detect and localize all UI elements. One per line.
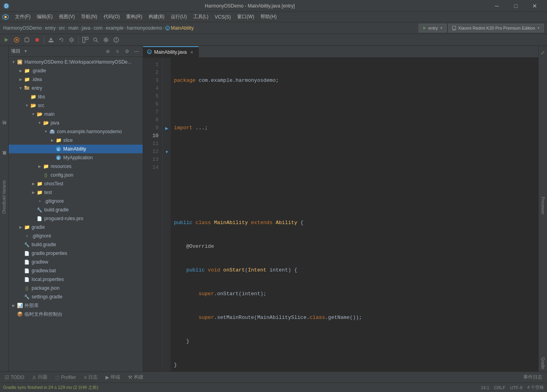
bottom-tab-todo[interactable]: ☑ TODO	[3, 372, 26, 383]
editor-tab-mainability[interactable]: C MainAbility.java ✕	[143, 46, 199, 57]
tree-item-main[interactable]: ▼ 📂 main	[9, 110, 143, 119]
file-tree[interactable]: ▼ M HarmonyOSDemo E:\Workspace\HarmonyOS…	[9, 57, 143, 371]
build-btn[interactable]	[46, 35, 56, 45]
tree-item-external[interactable]: ▶ 📊 外部库	[9, 301, 143, 310]
left-tab-ohosbuild[interactable]: OhosBuild Variants	[1, 177, 8, 217]
right-tab-gradle[interactable]: Gradle	[539, 355, 546, 371]
tree-item-settings-gradle[interactable]: 🔧 settings.gradle	[9, 292, 143, 301]
tree-item-harmonydemo[interactable]: ▼ M HarmonyOSDemo E:\Workspace\HarmonyOS…	[9, 58, 143, 66]
icon-folder-main: 📂	[36, 111, 43, 117]
settings-btn[interactable]	[67, 35, 76, 45]
bottom-tab-terminal[interactable]: ▶ 终端	[104, 372, 122, 383]
tree-item-test[interactable]: ▶ 📁 test	[9, 188, 143, 197]
search-btn[interactable]	[91, 35, 100, 45]
close-button[interactable]: ✕	[526, 0, 544, 12]
breadcrumb-mainability[interactable]: C MainAbility	[165, 25, 194, 31]
tab-close-mainability[interactable]: ✕	[189, 49, 194, 55]
arrow-idea: ▶	[17, 75, 24, 84]
breadcrumb-harmonyosdemo[interactable]: harmonyosdemo	[127, 25, 162, 31]
menu-window[interactable]: 窗口(W)	[234, 12, 257, 22]
tree-item-gradle-hidden[interactable]: ▶ 📁 .gradle	[9, 66, 143, 75]
minimize-button[interactable]: ─	[488, 0, 506, 12]
breadcrumb-example[interactable]: example	[106, 25, 123, 31]
menu-file[interactable]: 文件(F)	[12, 12, 34, 22]
menu-code[interactable]: 代码(O)	[100, 12, 123, 22]
tree-item-idea[interactable]: ▶ 📁 .idea	[9, 75, 143, 84]
tree-item-src[interactable]: ▼ 📂 src	[9, 101, 143, 110]
panel-dropdown-arrow[interactable]: ▼	[24, 49, 28, 53]
bottom-tab-problems[interactable]: ⚠ 问题	[30, 372, 49, 383]
debug-btn[interactable]	[12, 35, 21, 45]
breadcrumb-com[interactable]: com	[94, 25, 103, 31]
menu-build[interactable]: 构建(B)	[145, 12, 168, 22]
breadcrumb-java[interactable]: java	[82, 25, 91, 31]
code-content[interactable]: package com.example.harmonyosdemo; impor…	[171, 58, 538, 371]
menu-tools[interactable]: 工具(L)	[190, 12, 212, 22]
notification-btn[interactable]: !	[111, 35, 121, 45]
layout-btn[interactable]	[81, 35, 90, 45]
tree-item-package-json[interactable]: {} package.json	[9, 284, 143, 292]
tree-item-libs[interactable]: 📁 libs	[9, 92, 143, 101]
gutter-line-9[interactable]: ▶	[163, 124, 171, 132]
panel-settings-btn[interactable]: ⚙	[123, 47, 131, 55]
attach-debugger-btn[interactable]	[22, 35, 32, 45]
run-btn[interactable]	[2, 35, 11, 45]
maximize-button[interactable]: □	[507, 0, 525, 12]
stop-btn[interactable]	[32, 35, 42, 45]
tree-item-build-gradle-entry[interactable]: 🔧 build.gradle	[9, 205, 143, 214]
tree-item-gitignore-root[interactable]: ⚬ .gitignore	[9, 232, 143, 240]
bottom-tab-event-log[interactable]: 事件日志	[522, 372, 544, 383]
tree-item-entry[interactable]: ▼ entry	[9, 84, 143, 92]
tree-item-gradle-properties[interactable]: 📄 gradle.properties	[9, 249, 143, 258]
left-tab-favorites[interactable]: 收藏夹	[0, 155, 8, 161]
svg-text:M: M	[19, 60, 21, 64]
tree-item-myapplication[interactable]: C MyApplication	[9, 153, 143, 162]
tree-item-gradle-folder[interactable]: ▶ 📁 gradle	[9, 223, 143, 232]
tree-item-gradlew[interactable]: 📄 gradlew	[9, 258, 143, 266]
menu-refactor[interactable]: 重构(R)	[123, 12, 145, 22]
breadcrumb-main[interactable]: main	[68, 25, 79, 31]
panel-layout-btn[interactable]: ≡	[113, 47, 121, 55]
bottom-tab-build[interactable]: ⚒ 构建	[126, 372, 145, 383]
menu-view[interactable]: 视图(V)	[56, 12, 78, 22]
sync-btn[interactable]	[57, 35, 66, 45]
tree-item-gitignore-entry[interactable]: ⚬ .gitignore	[9, 197, 143, 205]
status-indent[interactable]: 4 个空格	[527, 384, 544, 390]
run-configuration-btn[interactable]: entry ▼	[419, 24, 447, 32]
icon-gitignore-root: ⚬	[24, 233, 30, 239]
tree-item-slice[interactable]: ▶ 📁 slice	[9, 136, 143, 145]
breadcrumb-entry[interactable]: entry	[45, 25, 56, 31]
breadcrumb-harmonydemo[interactable]: HarmonyOSDemo	[3, 25, 42, 31]
menu-run[interactable]: 运行(U)	[168, 12, 190, 22]
menu-edit[interactable]: 编辑(E)	[34, 12, 56, 22]
tree-item-ohostest[interactable]: ▶ 📁 ohosTest	[9, 179, 143, 188]
status-position[interactable]: 14:1	[481, 385, 489, 390]
device-selector-btn[interactable]: Xiaomi Redmi K20 Pro Premium Edition ▼	[448, 24, 544, 32]
tree-item-local-properties[interactable]: 📄 local.properties	[9, 275, 143, 284]
menu-vcs[interactable]: VCS(S)	[211, 12, 234, 22]
code-editor[interactable]: 1 2 3 4 5 6 7 8 9 10 11 12 13 14	[143, 58, 538, 371]
tree-item-gradlew-bat[interactable]: 📄 gradlew.bat	[9, 266, 143, 275]
tree-item-temp[interactable]: 📦 临时文件和控制台	[9, 310, 143, 318]
tree-item-proguard[interactable]: 📄 proguard-rules.pro	[9, 214, 143, 223]
menu-help[interactable]: 帮助(H)	[257, 12, 280, 22]
icon-folder-gradle-folder: 📁	[24, 224, 30, 230]
tree-item-package[interactable]: ▼ com.example.harmonyosdemo	[9, 127, 143, 136]
tree-item-build-gradle-root[interactable]: 🔧 build.gradle	[9, 240, 143, 249]
tree-item-java[interactable]: ▼ 📂 java	[9, 119, 143, 127]
menu-nav[interactable]: 导航(N)	[78, 12, 100, 22]
tree-item-mainability[interactable]: C MainAbility	[9, 145, 143, 153]
breadcrumb-src[interactable]: src	[59, 25, 65, 31]
status-encoding[interactable]: UTF-8	[510, 385, 522, 390]
tree-item-resources[interactable]: ▶ 📁 resources	[9, 162, 143, 171]
left-tab-structure[interactable]: 结构	[0, 125, 8, 131]
gutter-line-12[interactable]: ▼	[163, 148, 171, 156]
tree-item-config-json[interactable]: {} config.json	[9, 171, 143, 179]
status-linesep[interactable]: CRLF	[494, 385, 506, 390]
gear-btn[interactable]	[101, 35, 111, 45]
bottom-tab-log[interactable]: ≡ 日志	[82, 372, 99, 383]
bottom-tab-profiler[interactable]: ◌ Profiler	[54, 372, 77, 383]
right-tab-previewer[interactable]: Previewer	[539, 194, 546, 217]
panel-minimize-btn[interactable]: —	[132, 47, 140, 55]
panel-add-btn[interactable]: ⊕	[104, 47, 112, 55]
